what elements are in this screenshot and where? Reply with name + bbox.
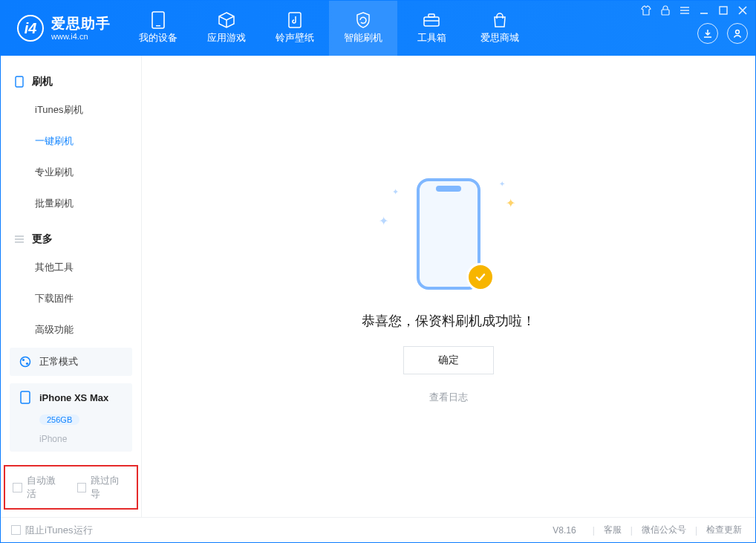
svg-rect-11 bbox=[720, 7, 727, 14]
svg-point-21 bbox=[26, 362, 28, 365]
svg-point-20 bbox=[22, 359, 25, 361]
checkbox-label: 跳过向导 bbox=[91, 474, 129, 501]
window-controls bbox=[641, 1, 755, 56]
nav-toolbox[interactable]: 工具箱 bbox=[397, 1, 466, 56]
group-more-header: 更多 bbox=[1, 227, 141, 252]
svg-point-19 bbox=[21, 357, 30, 367]
nav-label: 爱思商城 bbox=[480, 31, 519, 45]
sidebar-item-download-fw[interactable]: 下载固件 bbox=[1, 283, 141, 314]
nav-label: 工具箱 bbox=[417, 31, 446, 45]
device-small-icon bbox=[19, 391, 32, 404]
sidebar: 刷机 iTunes刷机 一键刷机 专业刷机 批量刷机 更多 其他工具 下载固件 … bbox=[1, 56, 142, 517]
nav-label: 我的设备 bbox=[139, 31, 177, 45]
mode-icon bbox=[19, 355, 32, 368]
mode-card[interactable]: 正常模式 bbox=[10, 348, 132, 376]
checkbox-icon bbox=[13, 483, 22, 492]
sparkle-icon: ✦ bbox=[499, 180, 505, 188]
checkbox-icon bbox=[77, 483, 87, 492]
view-log-link[interactable]: 查看日志 bbox=[429, 391, 468, 404]
music-file-icon bbox=[285, 12, 304, 28]
user-button[interactable] bbox=[727, 23, 748, 44]
sparkle-icon: ✦ bbox=[506, 196, 515, 210]
phone-small-icon bbox=[14, 77, 25, 87]
menu-icon[interactable] bbox=[680, 5, 690, 16]
nav-my-device[interactable]: 我的设备 bbox=[124, 1, 192, 56]
sidebar-item-advanced[interactable]: 高级功能 bbox=[1, 314, 141, 340]
svg-rect-4 bbox=[428, 14, 434, 17]
success-illustration: ✦ ✦ ✦ ✦ bbox=[374, 169, 523, 296]
svg-rect-2 bbox=[289, 13, 301, 27]
app-logo-icon: i4 bbox=[17, 15, 44, 42]
mode-label: 正常模式 bbox=[39, 355, 78, 368]
main-content: ✦ ✦ ✦ ✦ 恭喜您，保资料刷机成功啦！ 确定 查看日志 bbox=[142, 56, 755, 517]
list-small-icon bbox=[14, 234, 25, 244]
svg-rect-3 bbox=[424, 17, 439, 26]
checkbox-skip-guide[interactable]: 跳过向导 bbox=[77, 474, 130, 501]
sidebar-menu: 刷机 iTunes刷机 一键刷机 专业刷机 批量刷机 更多 其他工具 下载固件 … bbox=[1, 56, 141, 340]
minimize-icon[interactable] bbox=[699, 5, 709, 16]
svg-rect-22 bbox=[21, 391, 30, 403]
link-support[interactable]: 客服 bbox=[601, 524, 625, 536]
body: 刷机 iTunes刷机 一键刷机 专业刷机 批量刷机 更多 其他工具 下载固件 … bbox=[1, 56, 755, 517]
separator: | bbox=[695, 525, 697, 536]
device-card[interactable]: iPhone XS Max 256GB iPhone bbox=[10, 383, 132, 452]
sparkle-icon: ✦ bbox=[379, 214, 388, 228]
nav-store[interactable]: 爱思商城 bbox=[466, 1, 534, 56]
group-title: 更多 bbox=[32, 233, 53, 246]
app-window: i4 爱思助手 www.i4.cn 我的设备 应用游戏 铃声壁纸 智能刷机 bbox=[0, 0, 756, 543]
group-title: 刷机 bbox=[32, 75, 53, 88]
separator: | bbox=[630, 525, 633, 536]
success-message: 恭喜您，保资料刷机成功啦！ bbox=[362, 312, 535, 330]
nav-ringtone-wallpaper[interactable]: 铃声壁纸 bbox=[261, 1, 329, 56]
checkbox-auto-activate[interactable]: 自动激活 bbox=[13, 474, 65, 501]
svg-rect-6 bbox=[662, 10, 669, 15]
separator: | bbox=[593, 525, 595, 536]
nav-smart-flash[interactable]: 智能刷机 bbox=[329, 1, 397, 56]
checkbox-label: 阻止iTunes运行 bbox=[25, 524, 93, 537]
sidebar-item-batch-flash[interactable]: 批量刷机 bbox=[1, 188, 141, 219]
checkbox-block-itunes[interactable]: 阻止iTunes运行 bbox=[11, 524, 93, 537]
shirt-icon[interactable] bbox=[641, 5, 651, 16]
refresh-shield-icon bbox=[353, 12, 373, 28]
sparkle-icon: ✦ bbox=[392, 187, 399, 197]
version-label: V8.16 bbox=[553, 525, 576, 536]
sidebar-item-oneclick-flash[interactable]: 一键刷机 bbox=[1, 126, 141, 157]
link-wechat[interactable]: 微信公众号 bbox=[639, 524, 689, 536]
device-icon bbox=[149, 12, 168, 28]
lock-icon[interactable] bbox=[660, 5, 671, 16]
svg-point-14 bbox=[736, 30, 740, 34]
top-bar: i4 爱思助手 www.i4.cn 我的设备 应用游戏 铃声壁纸 智能刷机 bbox=[1, 1, 755, 56]
link-check-update[interactable]: 检查更新 bbox=[703, 524, 745, 536]
svg-rect-15 bbox=[16, 77, 23, 87]
nav-label: 铃声壁纸 bbox=[276, 31, 314, 45]
svg-rect-1 bbox=[156, 25, 160, 26]
app-title-en: www.i4.cn bbox=[51, 32, 111, 42]
logo-area: i4 爱思助手 www.i4.cn bbox=[1, 1, 124, 56]
device-type: iPhone bbox=[19, 434, 123, 444]
sidebar-bottom: 正常模式 iPhone XS Max 256GB iPhone bbox=[1, 340, 141, 459]
close-icon[interactable] bbox=[737, 5, 748, 16]
app-title: 爱思助手 www.i4.cn bbox=[51, 16, 111, 41]
cube-icon bbox=[217, 12, 236, 28]
ok-button[interactable]: 确定 bbox=[403, 346, 494, 374]
download-button[interactable] bbox=[697, 23, 718, 44]
group-flash-header: 刷机 bbox=[1, 69, 141, 94]
toolbox-icon bbox=[422, 12, 441, 28]
sidebar-item-itunes-flash[interactable]: iTunes刷机 bbox=[1, 94, 141, 126]
checkbox-icon bbox=[11, 525, 21, 535]
success-check-icon bbox=[466, 263, 495, 291]
nav-label: 智能刷机 bbox=[344, 31, 382, 45]
status-bar: 阻止iTunes运行 V8.16 | 客服 | 微信公众号 | 检查更新 bbox=[1, 517, 755, 542]
maximize-icon[interactable] bbox=[718, 5, 729, 16]
checkbox-label: 自动激活 bbox=[27, 474, 65, 501]
storage-badge: 256GB bbox=[39, 414, 79, 425]
main-nav: 我的设备 应用游戏 铃声壁纸 智能刷机 工具箱 爱思商城 bbox=[124, 1, 534, 56]
nav-label: 应用游戏 bbox=[207, 31, 246, 45]
highlighted-options: 自动激活 跳过向导 bbox=[4, 465, 138, 510]
device-name: iPhone XS Max bbox=[39, 392, 108, 403]
sidebar-item-other-tools[interactable]: 其他工具 bbox=[1, 252, 141, 283]
bag-icon bbox=[490, 12, 509, 28]
sidebar-item-pro-flash[interactable]: 专业刷机 bbox=[1, 157, 141, 188]
app-title-cn: 爱思助手 bbox=[51, 16, 111, 32]
nav-apps-games[interactable]: 应用游戏 bbox=[192, 1, 261, 56]
